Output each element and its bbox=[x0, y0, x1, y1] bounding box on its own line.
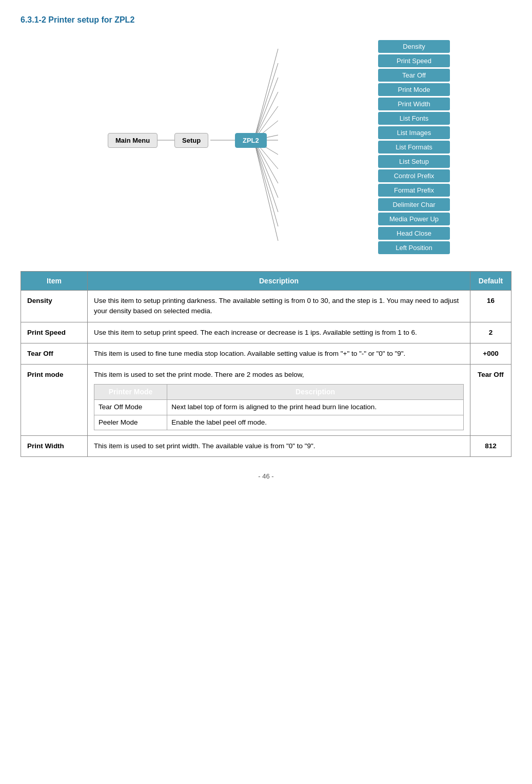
zpl2-item-print-width: Print Width bbox=[378, 98, 450, 110]
zpl2-item-density: Density bbox=[378, 40, 450, 53]
zpl2-item-media-power-up: Media Power Up bbox=[378, 213, 450, 225]
col-header-description: Description bbox=[88, 272, 470, 291]
desc-print-speed: Use this item to setup print speed. The … bbox=[88, 322, 470, 343]
zpl2-item-control-prefix: Control Prefix bbox=[378, 169, 450, 182]
svg-line-13 bbox=[254, 140, 278, 226]
table-row-print-width: Print Width This item is used to set pri… bbox=[21, 435, 511, 456]
zpl2-item-print-mode: Print Mode bbox=[378, 83, 450, 96]
item-tear-off: Tear Off bbox=[21, 343, 88, 364]
inner-row-peeler-mode: Peeler Mode Enable the label peel off mo… bbox=[94, 415, 464, 430]
zpl2-item-list-formats: List Formats bbox=[378, 141, 450, 154]
table-row-print-speed: Print Speed Use this item to setup print… bbox=[21, 322, 511, 343]
default-tear-off: +000 bbox=[470, 343, 511, 364]
svg-line-1 bbox=[254, 63, 278, 140]
svg-line-2 bbox=[254, 78, 278, 140]
inner-col-description: Description bbox=[167, 385, 464, 400]
zpl2-box: ZPL2 bbox=[235, 133, 267, 148]
col-header-item: Item bbox=[21, 272, 88, 291]
default-print-mode: Tear Off bbox=[470, 365, 511, 436]
desc-print-mode: This item is used to set the print mode.… bbox=[88, 365, 470, 436]
zpl2-items-list: Density Print Speed Tear Off Print Mode … bbox=[378, 40, 450, 254]
inner-item-tear-off-mode: Tear Off Mode bbox=[94, 400, 167, 415]
default-density: 16 bbox=[470, 291, 511, 322]
item-print-width: Print Width bbox=[21, 435, 88, 456]
zpl2-item-head-close: Head Close bbox=[378, 227, 450, 240]
page-title: 6.3.1-2 Printer setup for ZPL2 bbox=[21, 15, 511, 25]
print-mode-inner-table: Printer Mode Description Tear Off Mode N… bbox=[94, 384, 464, 430]
zpl2-item-list-setup: List Setup bbox=[378, 155, 450, 168]
zpl2-item-delimiter-char: Delimiter Char bbox=[378, 198, 450, 211]
svg-line-12 bbox=[254, 140, 278, 212]
default-print-speed: 2 bbox=[470, 322, 511, 343]
zpl2-item-format-prefix: Format Prefix bbox=[378, 184, 450, 197]
item-print-speed: Print Speed bbox=[21, 322, 88, 343]
desc-tear-off: This item is used to fine tune media sto… bbox=[88, 343, 470, 364]
printer-setup-table: Item Description Default Density Use thi… bbox=[21, 271, 511, 457]
item-density: Density bbox=[21, 291, 88, 322]
item-print-mode: Print mode bbox=[21, 365, 88, 436]
desc-print-width: This item is used to set print width. Th… bbox=[88, 435, 470, 456]
svg-line-14 bbox=[254, 140, 278, 241]
table-row-tear-off: Tear Off This item is used to fine tune … bbox=[21, 343, 511, 364]
zpl2-item-list-fonts: List Fonts bbox=[378, 112, 450, 125]
svg-line-0 bbox=[254, 49, 278, 140]
table-row-print-mode: Print mode This item is used to set the … bbox=[21, 365, 511, 436]
diagram-container: Main Menu Setup ZPL2 Density Print Speed… bbox=[21, 35, 511, 251]
col-header-default: Default bbox=[470, 272, 511, 291]
page-number: - 46 - bbox=[21, 472, 511, 480]
zpl2-item-list-images: List Images bbox=[378, 126, 450, 139]
setup-box: Setup bbox=[174, 133, 208, 148]
table-row-density: Density Use this item to setup printing … bbox=[21, 291, 511, 322]
inner-col-printer-mode: Printer Mode bbox=[94, 385, 167, 400]
inner-row-tear-off-mode: Tear Off Mode Next label top of form is … bbox=[94, 400, 464, 415]
inner-item-peeler-mode: Peeler Mode bbox=[94, 415, 167, 430]
inner-desc-tear-off-mode: Next label top of form is aligned to the… bbox=[167, 400, 464, 415]
zpl2-item-left-position: Left Position bbox=[378, 241, 450, 254]
svg-line-11 bbox=[254, 140, 278, 198]
zpl2-item-print-speed: Print Speed bbox=[378, 54, 450, 67]
inner-desc-peeler-mode: Enable the label peel off mode. bbox=[167, 415, 464, 430]
default-print-width: 812 bbox=[470, 435, 511, 456]
print-mode-desc-text: This item is used to set the print mode.… bbox=[94, 371, 304, 378]
zpl2-item-tear-off: Tear Off bbox=[378, 69, 450, 82]
desc-density: Use this item to setup printing darkness… bbox=[88, 291, 470, 322]
main-menu-box: Main Menu bbox=[108, 133, 157, 148]
